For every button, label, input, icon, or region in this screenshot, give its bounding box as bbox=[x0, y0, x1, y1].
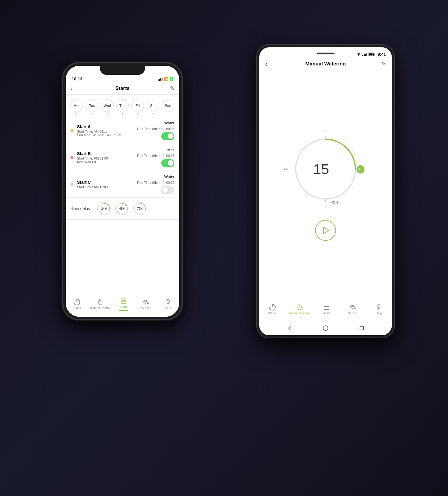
schedule-item-c[interactable]: Start C Start Time: AM 12:00 Water Run T… bbox=[66, 171, 179, 198]
android-nav-sensor-label: Sensor bbox=[348, 312, 358, 315]
android-help-nav-icon bbox=[375, 304, 382, 311]
day-mon-circle: Mon bbox=[70, 99, 83, 112]
timer-section: 60 45 30 bbox=[259, 70, 392, 301]
iphone-page-title: Starts bbox=[115, 85, 130, 91]
android-nav-sensor[interactable]: Sensor bbox=[344, 304, 362, 315]
android-nav-status[interactable]: Status bbox=[263, 304, 281, 315]
svg-rect-7 bbox=[121, 303, 126, 304]
day-sun-circle: Sun bbox=[162, 99, 174, 112]
android-recent-nav[interactable] bbox=[358, 324, 365, 332]
timer-wrapper: 60 45 30 bbox=[287, 130, 364, 208]
day-fri[interactable]: Fri bbox=[131, 99, 144, 114]
rain-delay-72h[interactable]: 72H bbox=[133, 202, 146, 215]
android-wifi-icon bbox=[356, 53, 361, 56]
day-wed-circle: Wed bbox=[101, 99, 113, 112]
android-device: 9:41 ‹ Manual Watering ✎ 60 45 30 bbox=[257, 45, 394, 338]
iphone-nav-help-label: Help bbox=[165, 307, 171, 310]
android-edit-button[interactable]: ✎ bbox=[381, 61, 386, 67]
iphone-nav-starts[interactable]: Starts bbox=[115, 297, 133, 311]
iphone-nav-status[interactable]: Status bbox=[68, 298, 86, 310]
day-sat-circle: Sat bbox=[147, 99, 159, 112]
android-nav-help[interactable]: Help bbox=[370, 304, 388, 315]
day-sat[interactable]: Sat bbox=[147, 99, 159, 114]
day-thu-circle: Thu bbox=[116, 99, 129, 112]
android-sensor-nav-icon bbox=[349, 304, 356, 311]
schedule-toggle-a[interactable] bbox=[161, 132, 174, 140]
schedule-dot-a bbox=[70, 129, 73, 132]
manual-nav-icon bbox=[97, 298, 104, 306]
rain-delay-48h[interactable]: 48H bbox=[115, 202, 128, 215]
iphone-nav-sensor-label: Sensor bbox=[141, 307, 151, 310]
play-button[interactable] bbox=[315, 220, 336, 241]
help-nav-icon bbox=[165, 298, 172, 306]
android-system-nav bbox=[259, 321, 392, 335]
android-nav-manual[interactable]: Manual Control bbox=[289, 304, 310, 315]
schedule-item-a[interactable]: Start A Start Time: AM 06:... Sun Mon Tu… bbox=[66, 117, 179, 144]
android-status-icons: 9:41 bbox=[356, 52, 386, 57]
day-mon[interactable]: Mon bbox=[70, 99, 83, 114]
iphone-nav-starts-label: Starts bbox=[120, 305, 128, 309]
day-wed[interactable]: Wed bbox=[101, 99, 113, 114]
iphone-back-button[interactable]: ‹ bbox=[70, 85, 73, 92]
android-back-button[interactable]: ‹ bbox=[265, 59, 268, 69]
iphone-nav-sensor[interactable]: Sensor bbox=[137, 298, 155, 310]
day-mon-dot bbox=[76, 113, 77, 114]
svg-marker-29 bbox=[323, 227, 329, 234]
schedule-toggle-b[interactable] bbox=[161, 159, 174, 167]
android-home-nav[interactable] bbox=[322, 324, 329, 332]
svg-point-8 bbox=[145, 303, 146, 304]
schedule-type-c: Water bbox=[164, 174, 174, 179]
sensor-nav-icon bbox=[142, 298, 149, 306]
day-thu[interactable]: Thu bbox=[116, 99, 129, 114]
iphone-bottom-nav: Status Manual Control bbox=[66, 295, 179, 317]
android-page-title: Manual Watering bbox=[305, 61, 346, 67]
iphone-nav-manual[interactable]: Manual Control bbox=[90, 298, 111, 310]
rain-delay-label: Rain delay bbox=[70, 206, 90, 211]
day-sat-dot bbox=[152, 113, 154, 114]
day-wed-dot bbox=[107, 113, 108, 114]
android-home-nav-icon bbox=[323, 325, 329, 331]
schedule-name-c: Start C bbox=[77, 180, 134, 185]
day-fri-dot bbox=[137, 113, 138, 114]
schedule-time-b: Start Time: PM 01:00 bbox=[77, 157, 134, 160]
status-nav-icon bbox=[73, 298, 80, 306]
schedule-time-c: Start Time: AM 12:00 bbox=[77, 185, 134, 189]
android-back-nav[interactable] bbox=[286, 324, 293, 332]
svg-rect-40 bbox=[360, 326, 363, 330]
svg-point-9 bbox=[167, 299, 170, 302]
android-manual-nav-icon bbox=[296, 304, 303, 311]
timer-unit: min bbox=[330, 200, 338, 208]
schedule-toggle-c[interactable] bbox=[161, 186, 174, 194]
iphone-edit-button[interactable]: ✎ bbox=[170, 85, 174, 92]
android-nav-starts[interactable]: Starts bbox=[318, 304, 336, 315]
day-thu-dot bbox=[122, 113, 123, 114]
iphone-status-icons: 📶 ▮ bbox=[158, 77, 174, 81]
timer-center-display: 15 min bbox=[287, 130, 364, 208]
schedule-type-a: Water bbox=[164, 121, 174, 125]
svg-rect-13 bbox=[374, 54, 375, 55]
svg-rect-6 bbox=[121, 301, 126, 302]
day-sun-dot bbox=[167, 113, 168, 114]
day-sun[interactable]: Sun bbox=[162, 99, 174, 114]
day-tue-dot bbox=[91, 113, 93, 114]
android-app-header: ‹ Manual Watering ✎ bbox=[259, 58, 392, 70]
schedule-list: Start A Start Time: AM 06:... Sun Mon Tu… bbox=[66, 117, 179, 295]
day-fri-circle: Fri bbox=[131, 99, 144, 112]
rain-delay-24h[interactable]: 24H bbox=[97, 202, 111, 215]
android-nav-status-label: Status bbox=[268, 312, 276, 315]
schedule-info-b: Start B Start Time: PM 01:00 Mon Wed Fri bbox=[77, 151, 134, 164]
nav-starts-underline bbox=[119, 310, 128, 311]
day-tue[interactable]: Tue bbox=[86, 99, 98, 114]
wifi-icon: 📶 bbox=[164, 77, 168, 81]
schedule-days-b: Mon Wed Fri bbox=[77, 160, 134, 164]
schedule-item-b[interactable]: Start B Start Time: PM 01:00 Mon Wed Fri… bbox=[66, 144, 179, 171]
schedule-type-b: Mist bbox=[167, 148, 174, 152]
android-nav-starts-label: Starts bbox=[323, 312, 331, 315]
schedule-time-a: Start Time: AM 06:... bbox=[77, 130, 134, 133]
android-recent-nav-icon bbox=[359, 325, 365, 331]
svg-point-39 bbox=[323, 326, 328, 330]
iphone-nav-help[interactable]: Help bbox=[159, 298, 177, 310]
iphone-app-header: ‹ Starts ✎ bbox=[66, 82, 179, 95]
schedule-name-a: Start A bbox=[77, 124, 134, 129]
android-speaker bbox=[317, 53, 335, 54]
